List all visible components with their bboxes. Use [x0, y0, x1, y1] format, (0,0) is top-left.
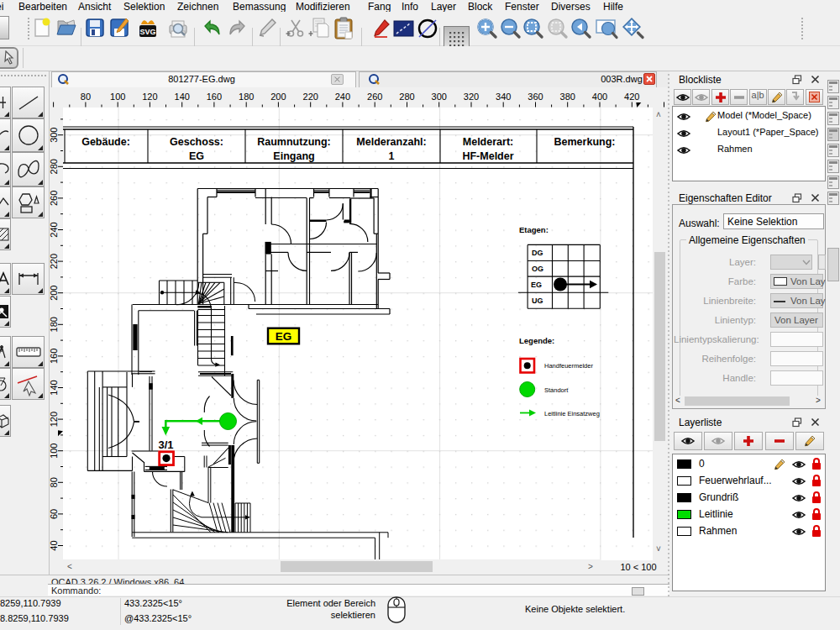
svg-text:3/1: 3/1: [158, 438, 173, 451]
svg-text:220: 220: [50, 254, 59, 269]
svg-text:100: 100: [110, 92, 125, 102]
svg-text:260: 260: [50, 191, 59, 206]
svg-text:DG: DG: [532, 249, 543, 257]
svg-text:380: 380: [560, 92, 575, 102]
svg-text:200: 200: [270, 92, 286, 102]
svg-text:100: 100: [50, 444, 59, 459]
svg-text:120: 120: [50, 412, 59, 427]
svg-text:Handfeuermelder: Handfeuermelder: [544, 362, 593, 370]
svg-text:400: 400: [592, 92, 607, 102]
svg-text:180: 180: [50, 317, 59, 332]
svg-text:200: 200: [50, 286, 59, 301]
svg-text:180: 180: [239, 92, 254, 102]
svg-text:Bemerkung:: Bemerkung:: [554, 136, 616, 148]
svg-text:220: 220: [303, 92, 318, 102]
svg-text:260: 260: [367, 92, 382, 102]
svg-text:60: 60: [50, 509, 59, 519]
svg-text:Geschoss:: Geschoss:: [170, 136, 223, 148]
svg-text:Etagen:: Etagen:: [519, 225, 549, 234]
svg-text:120: 120: [142, 92, 157, 102]
svg-text:Gebäude:: Gebäude:: [81, 136, 130, 148]
svg-text:Melderanzahl:: Melderanzahl:: [356, 136, 426, 148]
svg-text:EG: EG: [189, 150, 204, 162]
svg-text:160: 160: [207, 92, 222, 102]
svg-text:140: 140: [175, 92, 190, 102]
svg-text:300: 300: [432, 92, 447, 102]
svg-text:420: 420: [624, 92, 639, 102]
svg-text:HF-Melder: HF-Melder: [462, 150, 513, 162]
svg-text:280: 280: [399, 92, 414, 102]
svg-text:280: 280: [50, 159, 59, 174]
svg-text:Raumnutzung:: Raumnutzung:: [257, 136, 330, 148]
svg-text:320: 320: [464, 92, 479, 102]
svg-text:EG: EG: [276, 330, 292, 343]
svg-text:Leitlinie Einsatzweg: Leitlinie Einsatzweg: [544, 410, 600, 417]
svg-text:OG: OG: [532, 265, 543, 273]
svg-text:340: 340: [496, 92, 511, 102]
svg-text:40: 40: [50, 540, 59, 550]
svg-text:Melderart:: Melderart:: [463, 136, 513, 148]
svg-text:UG: UG: [532, 297, 543, 305]
svg-text:240: 240: [50, 222, 59, 237]
svg-text:Standort: Standort: [544, 386, 569, 394]
svg-text:240: 240: [335, 92, 350, 102]
svg-text:360: 360: [528, 92, 543, 102]
svg-text:80: 80: [50, 477, 59, 487]
svg-text:Legende:: Legende:: [519, 336, 554, 345]
svg-text:EG: EG: [531, 281, 542, 289]
svg-text:140: 140: [50, 380, 59, 395]
svg-text:80: 80: [81, 92, 91, 102]
svg-text:300: 300: [50, 128, 59, 143]
svg-text:Eingang: Eingang: [273, 150, 314, 162]
svg-text:160: 160: [50, 349, 59, 364]
svg-text:1: 1: [389, 150, 395, 162]
